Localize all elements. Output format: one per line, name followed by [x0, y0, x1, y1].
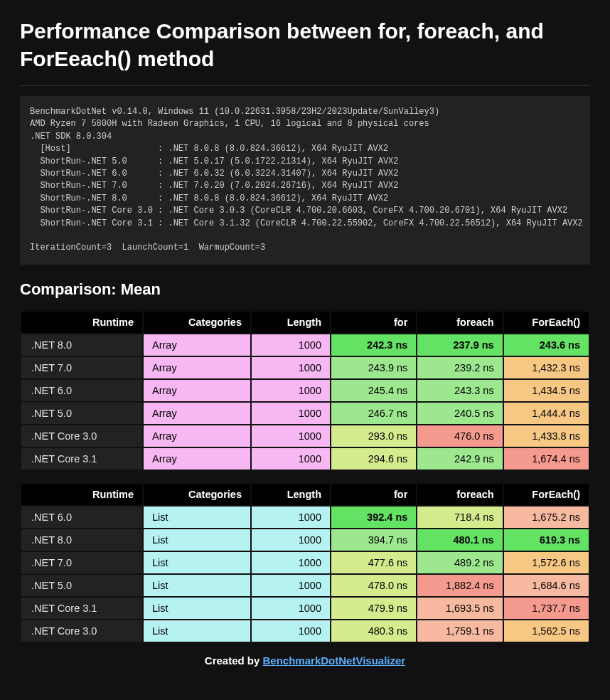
length-cell: 1000	[252, 380, 330, 401]
table-row: .NET 7.0Array1000243.9 ns239.2 ns1,432.3…	[21, 357, 589, 378]
runtime-cell: .NET Core 3.1	[21, 598, 142, 619]
length-cell: 1000	[252, 357, 330, 378]
for-cell: 243.9 ns	[331, 357, 416, 378]
length-cell: 1000	[252, 403, 330, 424]
tables-container: RuntimeCategoriesLengthforforeachForEach…	[20, 310, 590, 643]
table-row: .NET Core 3.0Array1000293.0 ns476.0 ns1,…	[21, 425, 589, 447]
for-cell: 477.6 ns	[331, 552, 416, 573]
column-header: for	[331, 484, 416, 505]
foreach-method-cell: 1,433.8 ns	[504, 425, 589, 447]
for-cell: 392.4 ns	[331, 507, 416, 528]
runtime-cell: .NET Core 3.0	[21, 425, 142, 447]
runtime-cell: .NET 7.0	[21, 357, 142, 378]
column-header: Length	[252, 312, 330, 333]
runtime-cell: .NET 8.0	[21, 529, 142, 551]
divider	[20, 85, 590, 86]
category-cell: Array	[144, 380, 250, 401]
for-cell: 394.7 ns	[331, 529, 416, 551]
for-cell: 246.7 ns	[331, 403, 416, 424]
column-header: Runtime	[21, 312, 142, 333]
foreach-method-cell: 1,572.6 ns	[504, 552, 589, 573]
runtime-cell: .NET 5.0	[21, 575, 142, 596]
table-row: .NET Core 3.1Array1000294.6 ns242.9 ns1,…	[21, 448, 589, 470]
category-cell: Array	[144, 334, 250, 356]
column-header: Categories	[144, 484, 250, 505]
for-cell: 245.4 ns	[331, 380, 416, 401]
foreach-cell: 240.5 ns	[417, 403, 502, 424]
column-header: foreach	[417, 484, 502, 505]
table-row: .NET 5.0Array1000246.7 ns240.5 ns1,444.4…	[21, 403, 589, 424]
table-row: .NET 7.0List1000477.6 ns489.2 ns1,572.6 …	[21, 552, 589, 573]
foreach-method-cell: 1,737.7 ns	[504, 598, 589, 619]
table-row: .NET 5.0List1000478.0 ns1,882.4 ns1,684.…	[21, 575, 589, 596]
foreach-cell: 718.4 ns	[417, 507, 502, 528]
foreach-method-cell: 1,562.5 ns	[504, 620, 589, 642]
length-cell: 1000	[252, 529, 330, 551]
category-cell: Array	[144, 403, 250, 424]
category-cell: Array	[144, 425, 250, 447]
foreach-method-cell: 619.3 ns	[504, 529, 589, 551]
category-cell: Array	[144, 357, 250, 378]
foreach-cell: 239.2 ns	[417, 357, 502, 378]
category-cell: List	[144, 598, 250, 619]
foreach-cell: 1,882.4 ns	[417, 575, 502, 596]
column-header: Runtime	[21, 484, 142, 505]
column-header: Length	[252, 484, 330, 505]
length-cell: 1000	[252, 425, 330, 447]
runtime-cell: .NET 8.0	[21, 334, 142, 356]
table-row: .NET 6.0Array1000245.4 ns243.3 ns1,434.5…	[21, 380, 589, 401]
for-cell: 479.9 ns	[331, 598, 416, 619]
foreach-cell: 1,759.1 ns	[417, 620, 502, 642]
foreach-method-cell: 1,684.6 ns	[504, 575, 589, 596]
footer: Created by BenchmarkDotNetVisualizer	[20, 654, 590, 667]
foreach-cell: 480.1 ns	[417, 529, 502, 551]
category-cell: Array	[144, 448, 250, 470]
foreach-method-cell: 1,434.5 ns	[504, 380, 589, 401]
column-header: Categories	[144, 312, 250, 333]
foreach-method-cell: 1,675.2 ns	[504, 507, 589, 528]
benchmark-table: RuntimeCategoriesLengthforforeachForEach…	[20, 310, 590, 471]
for-cell: 242.3 ns	[331, 334, 416, 356]
foreach-method-cell: 243.6 ns	[504, 334, 589, 356]
runtime-cell: .NET 5.0	[21, 403, 142, 424]
length-cell: 1000	[252, 598, 330, 619]
table-row: .NET Core 3.0List1000480.3 ns1,759.1 ns1…	[21, 620, 589, 642]
length-cell: 1000	[252, 448, 330, 470]
category-cell: List	[144, 575, 250, 596]
foreach-cell: 243.3 ns	[417, 380, 502, 401]
section-heading-mean: Comparison: Mean	[20, 280, 590, 299]
foreach-method-cell: 1,674.4 ns	[504, 448, 589, 470]
length-cell: 1000	[252, 620, 330, 642]
length-cell: 1000	[252, 334, 330, 356]
runtime-cell: .NET Core 3.1	[21, 448, 142, 470]
for-cell: 293.0 ns	[331, 425, 416, 447]
foreach-cell: 489.2 ns	[417, 552, 502, 573]
environment-info: BenchmarkDotNet v0.14.0, Windows 11 (10.…	[20, 96, 590, 265]
table-row: .NET Core 3.1List1000479.9 ns1,693.5 ns1…	[21, 598, 589, 619]
runtime-cell: .NET Core 3.0	[21, 620, 142, 642]
foreach-method-cell: 1,432.3 ns	[504, 357, 589, 378]
category-cell: List	[144, 620, 250, 642]
footer-prefix: Created by	[205, 654, 263, 667]
footer-link[interactable]: BenchmarkDotNetVisualizer	[263, 654, 406, 667]
length-cell: 1000	[252, 552, 330, 573]
table-row: .NET 6.0List1000392.4 ns718.4 ns1,675.2 …	[21, 507, 589, 528]
category-cell: List	[144, 552, 250, 573]
runtime-cell: .NET 7.0	[21, 552, 142, 573]
foreach-cell: 476.0 ns	[417, 425, 502, 447]
foreach-cell: 242.9 ns	[417, 448, 502, 470]
for-cell: 478.0 ns	[331, 575, 416, 596]
column-header: ForEach()	[504, 484, 589, 505]
category-cell: List	[144, 529, 250, 551]
foreach-cell: 1,693.5 ns	[417, 598, 502, 619]
benchmark-table: RuntimeCategoriesLengthforforeachForEach…	[20, 482, 590, 643]
runtime-cell: .NET 6.0	[21, 380, 142, 401]
column-header: for	[331, 312, 416, 333]
foreach-cell: 237.9 ns	[417, 334, 502, 356]
for-cell: 294.6 ns	[331, 448, 416, 470]
table-row: .NET 8.0List1000394.7 ns480.1 ns619.3 ns	[21, 529, 589, 551]
page-title: Performance Comparison between for, fore…	[20, 17, 590, 73]
foreach-method-cell: 1,444.4 ns	[504, 403, 589, 424]
for-cell: 480.3 ns	[331, 620, 416, 642]
length-cell: 1000	[252, 507, 330, 528]
